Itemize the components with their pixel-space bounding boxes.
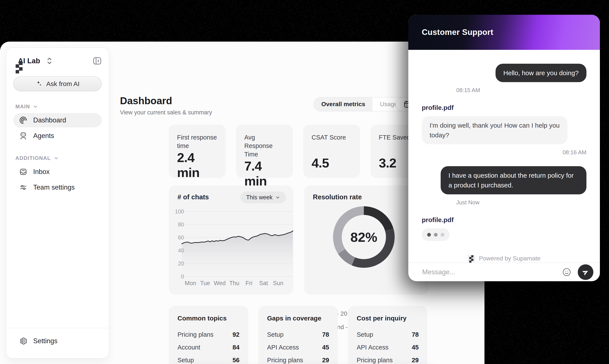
topic-row: Setup56 — [178, 357, 239, 364]
sidebar-item-agents[interactable]: Agents — [13, 129, 102, 143]
chat-message-agent: profile.pdf — [422, 216, 586, 241]
metric-card-csat-score: CSAT Score4.5 — [303, 125, 360, 178]
chat-widget: Customer Support Hello, how are you doin… — [408, 15, 600, 281]
collapse-sidebar-button[interactable] — [93, 56, 102, 65]
topic-row: Account84 — [178, 344, 239, 351]
agents-icon — [19, 131, 28, 140]
x-axis-tick: Sat — [259, 280, 268, 287]
sidebar-footer: Settings — [6, 328, 109, 358]
metric-label: Avg Response Time — [244, 133, 285, 159]
x-axis-tick: Fri — [246, 280, 252, 287]
chat-message-user: I have a question about the return polic… — [422, 166, 586, 206]
inbox-icon — [19, 168, 28, 176]
y-axis-tick: 80 — [169, 221, 184, 228]
chat-messages-scroll-area[interactable]: Hello, how are you doing?08:15 AMprofile… — [408, 50, 600, 263]
y-axis-tick: 20 — [169, 260, 184, 267]
x-axis-tick: Wed — [214, 280, 226, 287]
message-timestamp: Just Now — [456, 199, 586, 206]
donut-center-value: 82% — [333, 206, 395, 268]
topic-row: API Access45 — [357, 344, 419, 351]
message-timestamp: 08:16 AM — [563, 149, 586, 156]
team-settings-icon — [19, 183, 28, 192]
attachment-link[interactable]: profile.pdf — [422, 104, 454, 111]
metric-value: 2.4 min — [177, 150, 217, 180]
chevron-down-icon — [53, 155, 59, 161]
sidebar-item-settings[interactable]: Settings — [19, 334, 96, 348]
workspace-switcher[interactable]: AI Lab — [13, 56, 102, 65]
topic-row: Pricing plans29 — [357, 357, 419, 364]
topic-card-title: Gaps in coverage — [267, 315, 329, 322]
chat-message-user: Hello, how are you doing?08:15 AM — [422, 64, 586, 94]
chat-bubble: I have a question about the return polic… — [441, 166, 586, 194]
powered-by-label: Powered by Supamate — [479, 255, 540, 262]
page-subtitle: View your current sales & summary — [120, 109, 212, 116]
sidebar-item-dashboard[interactable]: Dashboard — [13, 113, 102, 127]
chat-title: Customer Support — [422, 28, 493, 37]
ask-from-ai-button[interactable]: Ask from AI — [13, 76, 102, 91]
panel-collapse-icon — [93, 56, 102, 65]
topic-row: Setup78 — [267, 331, 329, 338]
powered-by: Powered by Supamate — [422, 255, 586, 262]
chats-chart-card: # of chats This week 100806 — [169, 185, 293, 295]
sidebar-section-label[interactable]: MAIN — [15, 104, 100, 110]
topic-card-gaps-in-coverage: Gaps in coverageSetup78API Access45Prici… — [258, 306, 338, 364]
gear-icon — [19, 337, 28, 345]
x-axis-tick: Tue — [200, 280, 210, 287]
chat-message-agent: profile.pdfI'm doing well, thank you! Ho… — [422, 104, 586, 156]
send-icon — [581, 267, 591, 277]
dashboard-icon — [19, 116, 28, 125]
chat-input-row — [408, 263, 600, 281]
sidebar: AI Lab Ask from AI MAINDashboardAgentsAD… — [6, 47, 109, 359]
sparkles-icon — [35, 80, 43, 88]
topic-row: Pricing plans29 — [267, 357, 329, 364]
topic-card-cost-per-inquiry: Cost per inquirySetup78API Access45Prici… — [348, 306, 428, 364]
y-axis-tick: 0 — [169, 273, 184, 280]
chat-message-input[interactable] — [422, 268, 562, 276]
topic-row: API Access45 — [267, 344, 329, 351]
y-axis-tick: 100 — [169, 208, 184, 215]
sidebar-item-team-settings[interactable]: Team settings — [13, 180, 102, 195]
y-axis-tick: 60 — [169, 234, 184, 241]
topic-card-title: Common topics — [178, 315, 239, 322]
metric-card-first-response-time: First response time2.4 min — [169, 125, 226, 178]
sidebar-nav: MAINDashboardAgentsADDITIONALInboxTeam s… — [13, 91, 102, 196]
page-title: Dashboard — [120, 95, 172, 107]
x-axis-tick: Thu — [229, 280, 239, 287]
emoji-button[interactable] — [562, 267, 572, 277]
x-axis-tick: Sun — [273, 280, 283, 287]
attachment-link[interactable]: profile.pdf — [422, 216, 454, 224]
chevron-up-down-icon — [46, 57, 53, 65]
topic-row: Pricing plans92 — [178, 331, 239, 338]
metric-label: CSAT Score — [312, 133, 352, 142]
sidebar-item-inbox[interactable]: Inbox — [13, 165, 102, 179]
metric-value: 4.5 — [312, 156, 352, 170]
chevron-down-icon — [33, 104, 38, 109]
metric-label: First response time — [177, 133, 217, 150]
topic-cards-row: Common topicsPricing plans92Account84Set… — [169, 306, 428, 364]
message-timestamp: 08:15 AM — [456, 87, 586, 94]
chat-header: Customer Support — [408, 15, 600, 50]
chat-bubble: Hello, how are you doing? — [496, 64, 586, 82]
chat-bubble: I'm doing well, thank you! How can I hel… — [422, 116, 567, 144]
topic-card-common-topics: Common topicsPricing plans92Account84Set… — [169, 306, 248, 364]
smiley-icon — [562, 267, 572, 277]
topic-row: Setup78 — [357, 331, 419, 338]
topic-card-title: Cost per inquiry — [357, 315, 419, 322]
x-axis-tick: Mon — [185, 280, 196, 287]
sidebar-section-label[interactable]: ADDITIONAL — [15, 155, 100, 161]
resolution-rate-title: Resolution rate — [313, 193, 362, 201]
line-chart: 100806040200MonTueWedThuFriSatSun — [169, 185, 293, 295]
metric-value: 7.4 min — [244, 159, 285, 188]
y-axis-tick: 40 — [169, 247, 184, 254]
tab-overall-metrics[interactable]: Overall metrics — [314, 98, 373, 111]
typing-indicator — [422, 228, 450, 241]
metric-card-avg-response-time: Avg Response Time7.4 min — [236, 125, 293, 178]
chat-send-button[interactable] — [578, 264, 593, 280]
metric-cards-row: First response time2.4 minAvg Response T… — [169, 125, 428, 178]
page: Dashboard View your current sales & summ… — [0, 0, 609, 364]
